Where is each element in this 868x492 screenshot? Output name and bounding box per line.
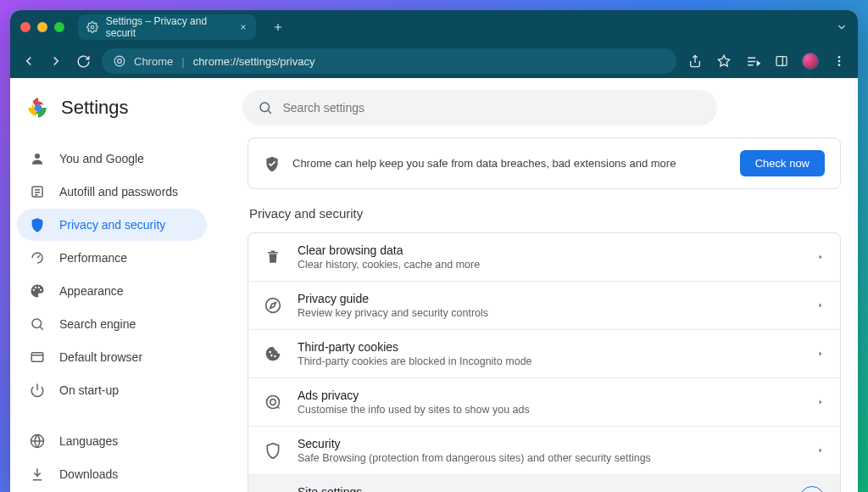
compass-icon xyxy=(264,296,282,315)
row-text: SecuritySafe Browsing (protection from d… xyxy=(298,437,801,464)
svg-point-10 xyxy=(260,103,270,112)
setting-row-ads-privacy[interactable]: Ads privacyCustomise the info used by si… xyxy=(248,377,840,426)
svg-point-11 xyxy=(35,154,40,159)
row-subtitle: Safe Browsing (protection from dangerous… xyxy=(298,452,801,464)
sidebar-item-on-startup[interactable]: On start-up xyxy=(17,374,207,406)
new-tab-button[interactable] xyxy=(270,19,287,36)
profile-avatar[interactable] xyxy=(802,53,819,70)
check-now-button[interactable]: Check now xyxy=(740,150,825,176)
sidebar-item-label: Privacy and security xyxy=(59,218,165,232)
panel-icon[interactable] xyxy=(773,53,790,70)
sidebar-item-label: Default browser xyxy=(59,350,142,364)
shield-icon xyxy=(29,216,46,233)
tab-title: Settings – Privacy and securit xyxy=(106,15,229,39)
share-icon[interactable] xyxy=(687,53,704,70)
search-icon xyxy=(29,316,46,333)
close-window-button[interactable] xyxy=(20,22,31,32)
sidebar-item-autofill[interactable]: Autofill and passwords xyxy=(17,176,207,208)
close-tab-icon[interactable] xyxy=(239,23,248,31)
setting-row-site-settings[interactable]: Site settingsControls what information s… xyxy=(248,474,840,492)
settings-card: Clear browsing dataClear history, cookie… xyxy=(248,232,841,492)
sidebar-item-label: Autofill and passwords xyxy=(59,185,178,198)
settings-search[interactable] xyxy=(242,90,717,126)
sidebar-item-label: Search engine xyxy=(59,317,136,331)
sidebar-item-search-engine[interactable]: Search engine xyxy=(17,308,207,340)
svg-point-6 xyxy=(838,64,841,66)
reload-button[interactable] xyxy=(75,53,92,70)
svg-point-1 xyxy=(114,56,125,66)
svg-point-13 xyxy=(32,319,42,328)
sidebar-item-default-browser[interactable]: Default browser xyxy=(17,341,207,373)
row-title: Security xyxy=(298,437,801,450)
ads-icon xyxy=(264,393,282,411)
browser-window: Settings – Privacy and securit Chrome | … xyxy=(10,10,858,492)
sidebar-item-you-and-google[interactable]: You and Google xyxy=(17,143,207,175)
row-title: Site settings xyxy=(298,485,784,492)
svg-point-4 xyxy=(838,56,841,59)
svg-point-19 xyxy=(270,400,276,405)
shield-check-icon xyxy=(264,155,281,172)
autofill-icon xyxy=(29,183,46,200)
setting-row-security[interactable]: SecuritySafe Browsing (protection from d… xyxy=(248,426,840,474)
sidebar-item-privacy[interactable]: Privacy and security xyxy=(17,209,207,241)
setting-row-third-party-cookies[interactable]: Third-party cookiesThird-party cookies a… xyxy=(248,329,840,377)
row-subtitle: Third-party cookies are blocked in Incog… xyxy=(298,355,801,367)
row-subtitle: Review key privacy and security controls xyxy=(298,307,801,319)
row-subtitle: Clear history, cookies, cache and more xyxy=(298,259,801,271)
setting-row-clear-browsing[interactable]: Clear browsing dataClear history, cookie… xyxy=(248,233,840,281)
browser-icon xyxy=(29,349,46,366)
playlist-icon[interactable] xyxy=(744,53,761,70)
forward-button[interactable] xyxy=(47,53,64,70)
gauge-icon xyxy=(29,249,46,266)
address-bar[interactable]: Chrome | chrome://settings/privacy xyxy=(102,48,676,74)
section-title: Privacy and security xyxy=(249,206,841,221)
chevron-right-icon xyxy=(816,301,825,310)
palette-icon xyxy=(29,282,46,299)
banner-text: Chrome can help keep you safe from data … xyxy=(292,157,728,170)
omnibox-lead: Chrome xyxy=(134,55,173,68)
chevron-right-icon xyxy=(816,253,825,261)
row-subtitle: Customise the info used by sites to show… xyxy=(298,404,801,416)
row-text: Ads privacyCustomise the info used by si… xyxy=(298,389,801,416)
menu-icon[interactable] xyxy=(831,53,848,70)
settings-header: Settings xyxy=(10,78,858,137)
row-title: Privacy guide xyxy=(298,292,801,305)
download-icon xyxy=(29,466,46,483)
search-input[interactable] xyxy=(283,101,702,115)
sidebar-item-appearance[interactable]: Appearance xyxy=(17,275,207,307)
chrome-icon xyxy=(114,55,125,67)
main-panel: Chrome can help keep you safe from data … xyxy=(214,137,858,492)
sidebar-item-languages[interactable]: Languages xyxy=(17,425,207,457)
browser-tab[interactable]: Settings – Privacy and securit xyxy=(78,14,256,40)
setting-row-privacy-guide[interactable]: Privacy guideReview key privacy and secu… xyxy=(248,281,840,329)
power-icon xyxy=(29,382,46,399)
sidebar-item-performance[interactable]: Performance xyxy=(17,242,207,274)
gear-icon xyxy=(86,20,99,34)
cookie-icon xyxy=(264,344,282,363)
svg-rect-3 xyxy=(776,57,787,66)
minimize-window-button[interactable] xyxy=(37,22,47,32)
sidebar-item-label: Languages xyxy=(59,434,118,448)
row-text: Privacy guideReview key privacy and secu… xyxy=(298,292,801,319)
titlebar: Settings – Privacy and securit xyxy=(10,10,858,44)
sidebar-item-label: Appearance xyxy=(59,284,124,298)
omnibox-url: chrome://settings/privacy xyxy=(193,55,315,68)
page-content: Settings You and GoogleAutofill and pass… xyxy=(10,78,858,492)
sidebar-item-downloads[interactable]: Downloads xyxy=(17,458,207,490)
shield-outline-icon xyxy=(264,441,282,460)
chevron-down-icon[interactable] xyxy=(836,21,848,33)
bookmark-icon[interactable] xyxy=(715,53,732,70)
traffic-lights xyxy=(20,22,64,32)
back-button[interactable] xyxy=(20,53,37,70)
row-text: Clear browsing dataClear history, cookie… xyxy=(298,243,801,271)
row-text: Third-party cookiesThird-party cookies a… xyxy=(298,340,801,367)
sidebar-item-label: Downloads xyxy=(59,467,118,481)
search-icon xyxy=(258,100,273,115)
chevron-right-icon xyxy=(799,486,825,492)
svg-rect-14 xyxy=(31,353,43,362)
safety-banner: Chrome can help keep you safe from data … xyxy=(248,137,841,189)
row-text: Site settingsControls what information s… xyxy=(298,485,784,492)
svg-point-2 xyxy=(118,59,122,64)
svg-point-5 xyxy=(838,60,841,63)
maximize-window-button[interactable] xyxy=(54,22,64,32)
